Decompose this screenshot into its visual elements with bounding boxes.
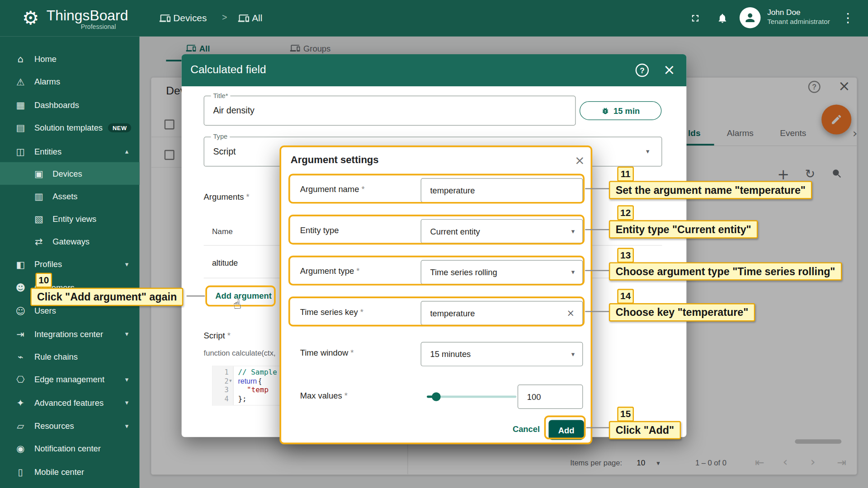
debug-duration-chip[interactable]: 15 min	[580, 101, 661, 120]
devices-icon: ▣	[32, 168, 45, 179]
type-select-label: Type	[211, 133, 230, 141]
annotation-connector	[585, 188, 609, 189]
line-number: 4	[224, 394, 228, 403]
home-icon: ⌂	[14, 53, 27, 64]
edge-icon: ⎔	[14, 374, 27, 385]
help-icon[interactable]: ?	[636, 64, 649, 77]
kebab-menu-icon[interactable]: ⋮	[841, 10, 854, 25]
brand-title: ThingsBoard	[47, 7, 128, 24]
bug-icon	[601, 107, 609, 115]
sidebar-item-devices[interactable]: ▣Devices	[0, 162, 140, 185]
code-line-4: };	[238, 394, 247, 403]
annotation-connector	[187, 296, 205, 296]
annotation-number: 15	[617, 407, 634, 422]
avatar[interactable]	[740, 7, 761, 28]
sidebar-item-alarms[interactable]: ⚠Alarms	[0, 70, 140, 93]
sidebar-item-dashboards[interactable]: ▦Dashboards	[0, 94, 140, 116]
sidebar-item-home[interactable]: ⌂Home	[0, 47, 140, 70]
user-name: John Doe	[767, 8, 800, 17]
annotation-callout: Click "Add"	[609, 421, 681, 439]
sidebar-item-assets[interactable]: ▥Assets	[0, 185, 140, 207]
highlight-argument-name	[288, 174, 585, 203]
sidebar-item-integrations-center[interactable]: ⇥Integrations center▾	[0, 323, 140, 345]
chevron-down-icon: ▾	[125, 260, 128, 268]
sidebar-item-profiles[interactable]: ◧Profiles▾	[0, 253, 140, 276]
chevron-down-icon: ▾	[125, 422, 128, 430]
annotation-callout: Click "Add argument" again	[30, 288, 183, 306]
users-icon: ☺	[14, 305, 27, 316]
chevron-down-icon: ▾	[125, 330, 128, 338]
user-role: Tenant administrator	[767, 18, 830, 25]
brand-subtitle: Professional	[81, 23, 116, 30]
script-label: Script *	[204, 331, 231, 340]
time-window-value: 15 minutes	[430, 349, 471, 359]
sidebar-item-rule-chains[interactable]: ⌁Rule chains	[0, 345, 140, 368]
sidebar-item-api-usage[interactable]: ⚙API usage	[0, 483, 140, 488]
highlight-entity-type	[288, 215, 585, 244]
argument-settings-title: Argument settings	[291, 155, 379, 166]
sidebar-item-edge-management[interactable]: ⎔Edge management▾	[0, 368, 140, 390]
sidebar-item-mobile-center[interactable]: ▯Mobile center	[0, 460, 140, 483]
profiles-icon: ◧	[14, 258, 27, 269]
sidebar-item-gateways[interactable]: ⇄Gateways	[0, 230, 140, 253]
breadcrumb-devices[interactable]: Devices	[173, 13, 207, 23]
close-icon[interactable]: ×	[663, 61, 675, 78]
sidebar-item-notification-center[interactable]: ◉Notification center	[0, 437, 140, 460]
logo-gear-icon: ⚙	[22, 7, 39, 29]
resources-icon: ▱	[14, 420, 27, 431]
arguments-col-name: Name	[212, 227, 233, 236]
annotation-callout: Choose key "temperature"	[609, 303, 755, 321]
title-field[interactable]: Title* Air density	[204, 96, 576, 126]
script-signature: function calculate(ctx,	[204, 349, 276, 357]
chevron-down-icon: ▾	[125, 375, 128, 383]
sidebar-item-advanced-features[interactable]: ✦Advanced features▾	[0, 391, 140, 414]
top-header: ⚙ ThingsBoard Professional Devices > All…	[0, 0, 868, 37]
sidebar-item-resources[interactable]: ▱Resources▾	[0, 414, 140, 437]
alarms-icon: ⚠	[14, 76, 27, 87]
max-values-input[interactable]: 100	[518, 385, 583, 409]
notifications-bell-icon[interactable]	[717, 13, 728, 23]
mobile-icon: ▯	[14, 466, 27, 477]
line-number: 3	[224, 385, 228, 394]
sidebar-item-entities[interactable]: ◫Entities▴	[0, 140, 140, 163]
annotation-callout: Set the argument name "temperature"	[609, 181, 812, 199]
breadcrumb-all[interactable]: All	[252, 13, 262, 23]
sidebar-item-entity-views[interactable]: ▧Entity views	[0, 207, 140, 230]
dropdown-arrow-icon: ▾	[646, 148, 649, 155]
annotation-connector	[585, 270, 609, 271]
sidebar: ⌂Home ⚠Alarms ▦Dashboards ▤Solution temp…	[0, 37, 140, 488]
debug-duration-label: 15 min	[613, 106, 640, 115]
breadcrumb-all-icon	[238, 13, 249, 23]
dialog-title: Calculated field	[190, 63, 266, 76]
title-field-value: Air density	[213, 106, 254, 116]
fullscreen-icon[interactable]	[690, 13, 701, 23]
cancel-button[interactable]: Cancel	[513, 424, 540, 434]
entities-icon: ◫	[14, 146, 27, 157]
max-values-value: 100	[527, 392, 541, 402]
code-fold-icon[interactable]: ▾	[229, 378, 232, 383]
close-icon[interactable]: ×	[575, 153, 585, 167]
annotation-number: 13	[617, 248, 634, 263]
argument-row-name: altitude	[212, 258, 238, 267]
title-field-label: Title*	[211, 92, 231, 99]
screen: ⚙ ThingsBoard Professional Devices > All…	[0, 0, 868, 488]
annotation-number: 14	[617, 289, 634, 304]
entity-views-icon: ▧	[32, 213, 45, 224]
time-window-select[interactable]: 15 minutes ▾	[421, 342, 583, 366]
dropdown-arrow-icon: ▾	[571, 350, 575, 358]
customers-icon: ☻	[14, 282, 27, 293]
annotation-callout: Choose argument type "Time series rollin…	[609, 262, 842, 280]
max-values-label: Max values *	[300, 390, 348, 400]
assets-icon: ▥	[32, 191, 45, 202]
chevron-down-icon: ▾	[125, 399, 128, 406]
line-number: 1	[224, 368, 228, 376]
time-window-label: Time window *	[300, 348, 354, 357]
annotation-connector	[585, 311, 609, 312]
breadcrumb-separator: >	[222, 13, 227, 23]
max-values-slider-thumb[interactable]	[432, 392, 441, 401]
annotation-callout: Entity type "Current entity"	[609, 220, 758, 238]
code-line-1: // Sample	[238, 368, 277, 376]
sidebar-item-solution-templates[interactable]: ▤Solution templatesNEW	[0, 116, 140, 139]
advanced-features-icon: ✦	[14, 397, 27, 408]
dashboards-icon: ▦	[14, 99, 27, 110]
